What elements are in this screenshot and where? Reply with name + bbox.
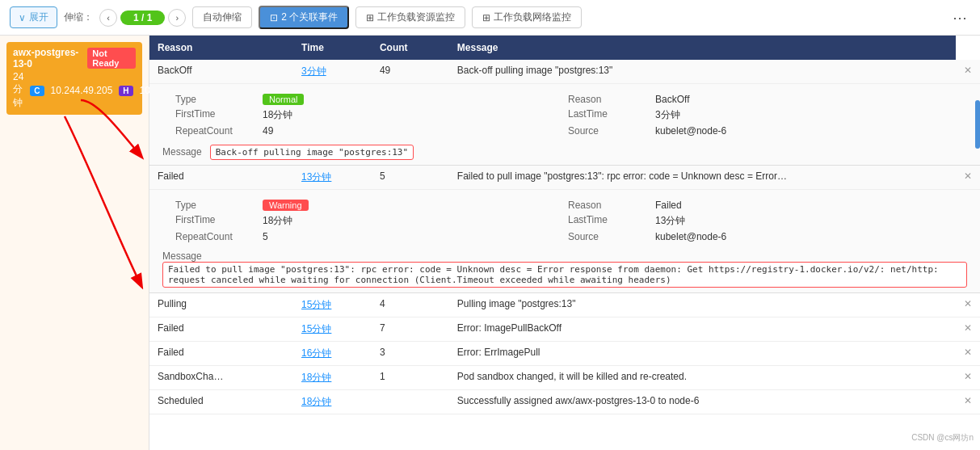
pod-card: awx-postgres-13-0 Not Ready 24 分钟 C 10.2… (6, 42, 142, 115)
type-badge: Normal (263, 94, 304, 105)
cell-message: Successfully assigned awx/awx-postgres-1… (449, 390, 956, 414)
left-panel: awx-postgres-13-0 Not Ready 24 分钟 C 10.2… (0, 36, 149, 450)
type-label: Type (175, 94, 256, 105)
lasttime-label: LastTime (568, 108, 649, 122)
col-message: Message (449, 36, 956, 60)
reason-value: BackOff (655, 94, 954, 105)
table-row[interactable]: SandboxCha…18分钟1Pod sandbox changed, it … (149, 366, 980, 390)
cell-close[interactable]: ✕ (956, 318, 980, 342)
cell-count: 5 (372, 166, 449, 190)
cell-reason: Pulling (149, 293, 293, 318)
cell-message: Error: ErrImagePull (449, 342, 956, 366)
cell-message: Pod sandbox changed, it will be killed a… (449, 366, 956, 390)
main-content: awx-postgres-13-0 Not Ready 24 分钟 C 10.2… (0, 36, 980, 450)
cell-message: Error: ImagePullBackOff (449, 318, 956, 342)
repeatcount-label: RepeatCount (175, 125, 256, 137)
network-monitor-button[interactable]: ⊞ 工作负载网络监控 (472, 6, 582, 28)
network-monitor-label: 工作负载网络监控 (494, 11, 571, 24)
table-row[interactable]: Pulling15分钟4Pulling image "postgres:13"✕ (149, 293, 980, 318)
auto-stretch-button[interactable]: 自动伸缩 (192, 6, 252, 28)
cell-reason: Failed (149, 166, 293, 190)
cell-close[interactable]: ✕ (956, 390, 980, 414)
not-ready-badge: Not Ready (87, 48, 136, 69)
cell-message: Failed to pull image "postgres:13": rpc … (449, 166, 956, 190)
host-ip-tag: H (119, 86, 132, 96)
cell-close[interactable]: ✕ (956, 166, 980, 190)
table-row[interactable]: BackOff3分钟49Back-off pulling image "post… (149, 60, 980, 84)
chevron-down-icon: ∨ (19, 12, 26, 23)
cell-time: 16分钟 (293, 342, 372, 366)
cell-close[interactable]: ✕ (956, 293, 980, 318)
cell-count: 4 (372, 293, 449, 318)
cell-reason: Failed (149, 318, 293, 342)
expanded-detail-cell: Type Normal Reason BackOff FirstTime 18分… (149, 84, 980, 166)
cell-close[interactable]: ✕ (956, 60, 980, 84)
cell-time: 3分钟 (293, 60, 372, 84)
pod-name-row: awx-postgres-13-0 Not Ready (13, 47, 136, 69)
cell-message: Pulling image "postgres:13" (449, 293, 956, 318)
lasttime-label: LastTime (568, 214, 649, 228)
source-label: Source (568, 231, 649, 242)
cell-time: 18分钟 (293, 366, 372, 390)
cell-time: 18分钟 (293, 390, 372, 414)
nav-arrows: ‹ 1 / 1 › (99, 9, 186, 27)
right-panel[interactable]: Reason Time Count Message BackOff3分钟49Ba… (149, 36, 980, 450)
message-box: Back-off pulling image "postgres:13" (210, 145, 414, 160)
scrollbar[interactable] (975, 100, 980, 149)
cell-reason: BackOff (149, 60, 293, 84)
cell-reason: Failed (149, 342, 293, 366)
cell-count: 1 (372, 366, 449, 390)
pod-age: 24 分钟 (13, 71, 23, 110)
cell-count: 7 (372, 318, 449, 342)
cell-count: 49 (372, 60, 449, 84)
reason-label: Reason (568, 200, 649, 211)
expanded-detail-row: Type Warning Reason Failed FirstTime 18分… (149, 190, 980, 293)
events-label: 2 个关联事件 (281, 11, 338, 24)
firsttime-value: 18分钟 (263, 214, 562, 228)
col-reason: Reason (149, 36, 293, 60)
repeatcount-label: RepeatCount (175, 231, 256, 242)
col-time: Time (293, 36, 372, 60)
repeatcount-value: 49 (263, 125, 562, 137)
cell-message: Back-off pulling image "postgres:13" (449, 60, 956, 84)
resource-monitor-button[interactable]: ⊞ 工作负载资源监控 (355, 6, 465, 28)
cell-count (372, 390, 449, 414)
top-bar: ∨ 展开 伸缩： ‹ 1 / 1 › 自动伸缩 ⊡ 2 个关联事件 ⊞ 工作负载… (0, 0, 980, 36)
col-count: Count (372, 36, 449, 60)
table-row[interactable]: Failed13分钟5Failed to pull image "postgre… (149, 166, 980, 190)
prev-arrow[interactable]: ‹ (99, 9, 117, 27)
message-label: Message (162, 146, 207, 158)
firsttime-label: FirstTime (175, 108, 256, 122)
container-ip: 10.244.49.205 (51, 85, 113, 96)
cell-reason: Scheduled (149, 390, 293, 414)
repeatcount-value: 5 (263, 231, 562, 242)
pod-meta-row: 24 分钟 C 10.244.49.205 H 10.111.13.44 (13, 71, 136, 110)
table-row[interactable]: Failed15分钟7Error: ImagePullBackOff✕ (149, 318, 980, 342)
firsttime-label: FirstTime (175, 214, 256, 228)
type-label: Type (175, 200, 256, 211)
cell-close[interactable]: ✕ (956, 342, 980, 366)
resource-monitor-icon: ⊞ (366, 12, 374, 23)
type-value: Normal (263, 94, 562, 105)
events-button[interactable]: ⊡ 2 个关联事件 (259, 6, 349, 29)
expand-label: 展开 (29, 11, 48, 24)
expanded-detail-cell: Type Warning Reason Failed FirstTime 18分… (149, 190, 980, 293)
events-icon: ⊡ (270, 12, 278, 23)
container-ip-tag: C (30, 86, 44, 96)
next-arrow[interactable]: › (168, 9, 186, 27)
message-label: Message (162, 250, 207, 262)
table-row[interactable]: Scheduled18分钟Successfully assigned awx/a… (149, 390, 980, 414)
network-monitor-icon: ⊞ (482, 12, 490, 23)
cell-close[interactable]: ✕ (956, 366, 980, 390)
table-header: Reason Time Count Message (149, 36, 980, 60)
table-row[interactable]: Failed16分钟3Error: ErrImagePull✕ (149, 342, 980, 366)
message-box: Failed to pull image "postgres:13": rpc … (162, 262, 967, 288)
type-badge: Warning (263, 200, 309, 211)
table-body: BackOff3分钟49Back-off pulling image "post… (149, 60, 980, 414)
lasttime-value: 13分钟 (655, 214, 954, 228)
type-value: Warning (263, 200, 562, 211)
expand-button[interactable]: ∨ 展开 (10, 6, 57, 28)
cell-count: 3 (372, 342, 449, 366)
more-button[interactable]: ⋯ (949, 9, 970, 27)
source-value: kubelet@node-6 (655, 125, 954, 137)
